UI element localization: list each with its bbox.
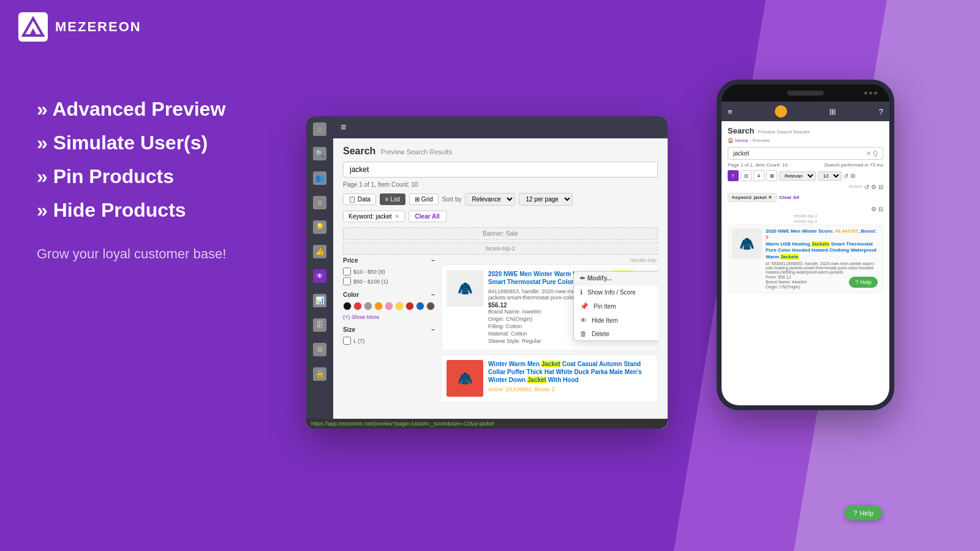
url-bar: https://app.mezereon.net/preview?page=1&… — [306, 419, 668, 429]
dot-2 — [869, 92, 872, 95]
mobile-notch — [722, 84, 889, 102]
mobile-action-refresh[interactable]: ↺ — [864, 184, 869, 190]
product-title-2[interactable]: Winter Warm Men Jacket Coat Casual Autum… — [488, 360, 652, 384]
color-filter-label: Color − — [343, 291, 435, 298]
swatch-orange[interactable] — [374, 302, 383, 310]
clear-all-button[interactable]: Clear All — [409, 211, 447, 222]
product-item-2: 🧥 Winter Warm Men Jacket Coat Casual Aut… — [441, 354, 658, 402]
price-check-2[interactable] — [343, 277, 351, 285]
feature-label-1: » Advanced Preview — [37, 98, 225, 121]
swatch-blue[interactable] — [416, 302, 424, 310]
size-minus[interactable]: − — [431, 326, 435, 333]
data-view-btn[interactable]: 📋 Data — [343, 193, 376, 205]
mobile-action-settings[interactable]: ⚙ — [871, 184, 876, 190]
mobile-product-1: 🧥 2020 NWE Men Winter Score: 49.443797, … — [728, 225, 883, 293]
swatch-gray[interactable] — [364, 302, 372, 310]
search-input[interactable] — [343, 162, 658, 178]
mezereon-logo — [18, 12, 48, 42]
mobile-product-info-1: 2020 NWE Men Winter Score: 49.443797, Bo… — [766, 228, 880, 290]
mobile-gear-2[interactable]: ⊟ — [878, 206, 883, 212]
sidebar-search[interactable]: 🔍 — [313, 147, 326, 160]
sort-select[interactable]: Relevance — [465, 193, 515, 206]
context-hide[interactable]: 👁 Hide Item — [574, 313, 658, 327]
mobile-dots — [864, 92, 877, 95]
hamburger-icon[interactable]: ≡ — [341, 122, 346, 133]
sidebar-users[interactable]: 👥 — [313, 171, 326, 185]
tagline: Grow your loyal customer base! — [37, 246, 226, 262]
mobile-list-active[interactable]: T — [728, 170, 739, 181]
sidebar-menu[interactable]: ≡ — [313, 196, 326, 209]
swatch-red[interactable] — [353, 302, 362, 310]
mobile-refresh-icon[interactable]: ↺ — [843, 173, 848, 179]
breadcrumb-home[interactable]: Home — [735, 138, 748, 143]
color-minus[interactable]: − — [431, 291, 435, 298]
swatch-yellow[interactable] — [395, 302, 404, 310]
mobile-avatar — [775, 105, 787, 118]
mobile-clear-all[interactable]: Clear All — [779, 195, 799, 200]
mobile-search-value: jacket — [733, 150, 866, 157]
color-filter: Color − — [343, 291, 435, 320]
price-minus[interactable]: − — [431, 257, 435, 264]
list-view-btn[interactable]: ≡ List — [380, 193, 405, 205]
features-section: » Advanced Preview » Simulate User(s) » … — [37, 98, 226, 262]
sidebar-lock[interactable]: 🔒 — [313, 367, 326, 381]
context-pin[interactable]: 📌 Pin Item — [574, 299, 658, 313]
sidebar-chart[interactable]: 📊 — [313, 294, 326, 307]
mobile-sort[interactable]: Relevan — [779, 171, 816, 181]
show-more-colors[interactable]: (+) Show More — [343, 314, 435, 320]
mobile-product-title-1[interactable]: 2020 NWE Men Winter Score: 49.443797, Bo… — [766, 228, 880, 260]
swatch-brown[interactable] — [426, 302, 435, 310]
bottom-help-button[interactable]: ? Help — [845, 506, 882, 520]
mobile-product-help-btn[interactable]: ? Help — [849, 277, 878, 288]
pencil-icon: ✏ — [580, 275, 585, 282]
mobile-search-sub: Preview Search Results — [758, 129, 810, 135]
mobile-hamburger[interactable]: ≡ — [728, 107, 733, 116]
context-menu: ✏ Modify... ℹ Show Info / Score 📌 Pin It… — [573, 271, 658, 341]
mobile-perpage[interactable]: 12 — [818, 171, 842, 181]
swatch-black[interactable] — [343, 302, 352, 310]
mobile-product-id: id: 5838411890853, handle: 2020-nwe-men-… — [766, 261, 880, 274]
price-check-1[interactable] — [343, 268, 351, 276]
context-delete[interactable]: 🗑 Delete — [574, 327, 658, 340]
mobile-page-info: Page 1 of 1, Item Count: 10 Search perfo… — [728, 162, 883, 168]
color-swatches — [343, 302, 435, 310]
mobile-grid-view[interactable]: ⊞ — [766, 170, 777, 181]
grid-view-btn[interactable]: ⊞ Grid — [409, 193, 439, 205]
feature-label-4: » Hide Products — [37, 199, 186, 222]
mobile-settings-icon[interactable]: ⊞ — [829, 107, 836, 116]
mobile-results-top-1: results-top-1 — [728, 214, 883, 218]
keyword-filter-remove[interactable]: ✕ — [394, 213, 399, 220]
dot-1 — [864, 92, 867, 95]
size-filter-label: Size − — [343, 326, 435, 333]
feature-item-1: » Advanced Preview — [37, 98, 226, 121]
size-check-l[interactable] — [343, 337, 351, 345]
sidebar-gear[interactable]: ⚙ — [313, 343, 326, 356]
hide-label: Hide Item — [592, 317, 618, 324]
sidebar-bulb[interactable]: 💡 — [313, 220, 326, 234]
swatch-darkred[interactable] — [405, 302, 414, 310]
mobile-gear-1[interactable]: ⚙ — [871, 206, 876, 212]
mobile-keyword-remove[interactable]: ✕ — [768, 195, 772, 200]
mobile-action-columns[interactable]: ⊟ — [878, 184, 883, 190]
sidebar-thumb[interactable]: 👍 — [313, 245, 326, 258]
context-show-info[interactable]: ℹ Show Info / Score — [574, 285, 658, 299]
product-item-1: 🧥 2020 NWE Men Winter Warm USB Heating J… — [441, 264, 658, 351]
product-img-2: 🧥 — [447, 360, 483, 397]
trash-icon: 🗑 — [580, 330, 587, 337]
feature-list: » Advanced Preview » Simulate User(s) » … — [37, 98, 226, 222]
sidebar-home[interactable]: ⌂ — [313, 122, 326, 136]
mobile-search-clear[interactable]: ✕ Q — [866, 150, 878, 157]
mobile-list-view[interactable]: ≡ — [753, 170, 764, 181]
mobile-content: ≡ ⊞ ? Search Preview Search Results 🏠 Ho… — [722, 102, 889, 405]
mobile-help-label: Help — [860, 279, 872, 285]
mobile-settings-gear[interactable]: ⚙ — [850, 173, 856, 179]
price-range-2: $50 - $100 (1) — [353, 279, 388, 285]
perpage-select[interactable]: 12 per page — [519, 193, 573, 206]
results-area: Price − $10 - $50 (9) $50 - $100 (1) — [343, 257, 658, 406]
brand-name: MEZEREON — [55, 19, 141, 35]
swatch-pink[interactable] — [385, 302, 393, 310]
mobile-help-icon[interactable]: ? — [879, 107, 883, 116]
sidebar-eye[interactable]: 👁 — [313, 269, 326, 283]
sidebar-db[interactable]: 🗄 — [313, 318, 326, 332]
mobile-thumb-view[interactable]: ⊡ — [741, 170, 752, 181]
